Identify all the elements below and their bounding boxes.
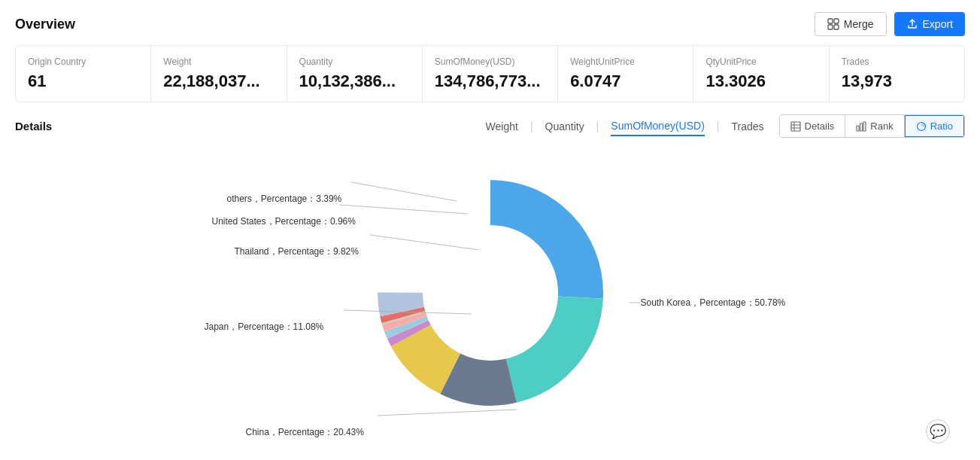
- metric-sumofmoney-value: 134,786,773...: [435, 72, 545, 91]
- donut-chart: [355, 157, 626, 428]
- details-tab-group: Weight | Quantity | SumOfMoney(USD) | Tr…: [486, 117, 764, 136]
- metric-weight: Weight 22,188,037...: [151, 46, 287, 102]
- svg-rect-8: [857, 126, 859, 131]
- metric-origin-country-label: Origin Country: [28, 56, 138, 67]
- help-icon[interactable]: 💬: [926, 419, 950, 443]
- page-title: Overview: [15, 17, 75, 32]
- metric-quantity-value: 10,132,386...: [299, 72, 410, 91]
- metrics-bar: Origin Country 61 Weight 22,188,037... Q…: [15, 45, 965, 102]
- details-section: Details Weight | Quantity | SumOfMoney(U…: [0, 114, 980, 451]
- svg-point-22: [423, 226, 557, 360]
- header-actions: Merge Export: [815, 12, 965, 36]
- svg-rect-3: [834, 25, 839, 29]
- export-icon: [906, 18, 918, 30]
- chart-label-thailand: Thailand，Percentage：9.82%: [235, 244, 359, 260]
- metric-trades-label: Trades: [842, 56, 952, 67]
- details-controls: Weight | Quantity | SumOfMoney(USD) | Tr…: [486, 114, 965, 138]
- table-icon: [790, 121, 801, 132]
- metric-qtyunitprice-value: 13.3026: [705, 72, 816, 91]
- tab-weight[interactable]: Weight: [486, 117, 518, 136]
- page-header: Overview Merge Export: [0, 0, 980, 45]
- chart-label-japan: Japan，Percentage：11.08%: [205, 319, 324, 336]
- merge-icon: [827, 18, 839, 30]
- metric-trades: Trades 13,973: [830, 46, 964, 102]
- metric-quantity-label: Quantity: [299, 56, 410, 67]
- tab-sep-2: |: [596, 120, 599, 133]
- view-ratio-button[interactable]: Ratio: [905, 115, 964, 137]
- metric-sumofmoney: SumOfMoney(USD) 134,786,773...: [423, 46, 558, 102]
- tab-trades[interactable]: Trades: [731, 117, 763, 136]
- metric-sumofmoney-label: SumOfMoney(USD): [435, 56, 545, 67]
- svg-rect-9: [860, 123, 863, 131]
- metric-weight-label: Weight: [163, 56, 274, 67]
- metric-weightunitprice: WeightUnitPrice 6.0747: [558, 46, 693, 102]
- metric-weightunitprice-value: 6.0747: [570, 72, 681, 91]
- tab-sumofmoney[interactable]: SumOfMoney(USD): [611, 117, 704, 136]
- details-header: Details Weight | Quantity | SumOfMoney(U…: [15, 114, 965, 138]
- merge-button[interactable]: Merge: [815, 12, 887, 36]
- view-rank-button[interactable]: Rank: [845, 115, 904, 137]
- svg-rect-10: [863, 122, 866, 131]
- metric-origin-country: Origin Country 61: [16, 46, 151, 102]
- chart-label-us: United States，Percentage：0.96%: [212, 214, 356, 230]
- tab-sep-3: |: [717, 120, 720, 133]
- metric-weightunitprice-label: WeightUnitPrice: [570, 56, 681, 67]
- view-buttons: Details Rank Ratio: [779, 114, 965, 138]
- chart-area: others，Percentage：3.39% United States，Pe…: [15, 150, 965, 451]
- tab-quantity[interactable]: Quantity: [545, 117, 584, 136]
- metric-weight-value: 22,188,037...: [163, 72, 274, 91]
- svg-rect-4: [791, 122, 800, 131]
- details-title: Details: [15, 120, 52, 133]
- tab-sep-1: |: [530, 120, 533, 133]
- metric-quantity: Quantity 10,132,386...: [287, 46, 423, 102]
- chart-label-south-korea: South Korea，Percentage：50.78%: [641, 297, 786, 309]
- metric-qtyunitprice-label: QtyUnitPrice: [705, 56, 816, 67]
- svg-rect-0: [828, 19, 833, 23]
- chart-label-china: China，Percentage：20.43%: [246, 425, 364, 441]
- metric-trades-value: 13,973: [842, 72, 952, 91]
- metric-origin-country-value: 61: [28, 72, 138, 91]
- metric-qtyunitprice: QtyUnitPrice 13.3026: [693, 46, 829, 102]
- chart-label-others: others，Percentage：3.39%: [227, 191, 342, 208]
- rank-icon: [856, 121, 866, 132]
- svg-rect-2: [828, 25, 833, 29]
- view-details-button[interactable]: Details: [780, 115, 846, 137]
- svg-rect-1: [834, 19, 839, 23]
- export-button[interactable]: Export: [894, 12, 965, 36]
- pie-icon: [916, 121, 927, 132]
